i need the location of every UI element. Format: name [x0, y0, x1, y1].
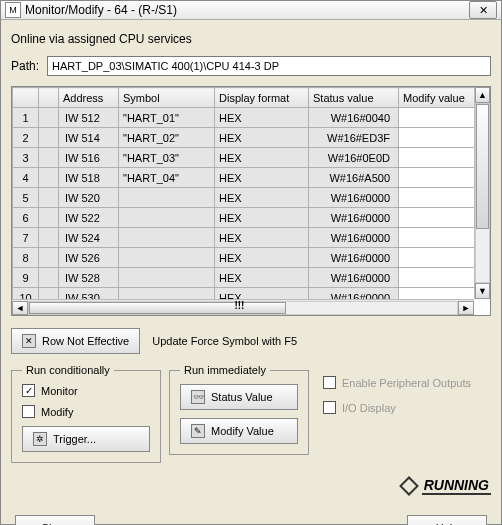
vertical-scrollbar[interactable]: ▲ ▼ — [474, 87, 490, 299]
cell-display-format[interactable]: HEX — [215, 288, 309, 300]
cell-display-format[interactable]: HEX — [215, 228, 309, 248]
cell-status-value[interactable]: W#16#0E0D — [309, 148, 399, 168]
cell-address[interactable]: IW 518 — [59, 168, 119, 188]
row-number[interactable]: 6 — [13, 208, 39, 228]
row-icon-cell[interactable] — [39, 268, 59, 288]
table-row[interactable]: 10IW 530HEXW#16#0000 — [13, 288, 475, 300]
table-row[interactable]: 6IW 522HEXW#16#0000 — [13, 208, 475, 228]
cell-symbol[interactable] — [119, 268, 215, 288]
close-icon[interactable]: ✕ — [469, 1, 497, 19]
cell-status-value[interactable]: W#16#0000 — [309, 248, 399, 268]
row-icon-cell[interactable] — [39, 248, 59, 268]
col-header-num[interactable] — [13, 88, 39, 108]
cell-status-value[interactable]: W#16#0000 — [309, 208, 399, 228]
row-icon-cell[interactable] — [39, 288, 59, 300]
row-number[interactable]: 5 — [13, 188, 39, 208]
cell-status-value[interactable]: W#16#A500 — [309, 168, 399, 188]
trigger-button[interactable]: ✲ Trigger... — [22, 426, 150, 452]
cell-modify-value[interactable] — [399, 208, 475, 228]
cell-symbol[interactable]: "HART_01" — [119, 108, 215, 128]
cell-modify-value[interactable] — [399, 288, 475, 300]
close-button[interactable]: Close — [15, 515, 95, 525]
scroll-right-icon[interactable]: ► — [458, 301, 474, 315]
table-row[interactable]: 4IW 518"HART_04"HEXW#16#A500 — [13, 168, 475, 188]
cell-display-format[interactable]: HEX — [215, 108, 309, 128]
row-not-effective-button[interactable]: ✕ Row Not Effective — [11, 328, 140, 354]
cell-display-format[interactable]: HEX — [215, 208, 309, 228]
cell-address[interactable]: IW 524 — [59, 228, 119, 248]
cell-display-format[interactable]: HEX — [215, 148, 309, 168]
cell-status-value[interactable]: W#16#0000 — [309, 288, 399, 300]
cell-symbol[interactable]: "HART_03" — [119, 148, 215, 168]
row-number[interactable]: 7 — [13, 228, 39, 248]
table-row[interactable]: 2IW 514"HART_02"HEXW#16#ED3F — [13, 128, 475, 148]
row-icon-cell[interactable] — [39, 168, 59, 188]
row-icon-cell[interactable] — [39, 128, 59, 148]
cell-modify-value[interactable] — [399, 188, 475, 208]
col-header-icon[interactable] — [39, 88, 59, 108]
col-header-modify-value[interactable]: Modify value — [399, 88, 475, 108]
row-number[interactable]: 10 — [13, 288, 39, 300]
col-header-status-value[interactable]: Status value — [309, 88, 399, 108]
table-row[interactable]: 7IW 524HEXW#16#0000 — [13, 228, 475, 248]
cell-symbol[interactable] — [119, 228, 215, 248]
cell-display-format[interactable]: HEX — [215, 268, 309, 288]
row-number[interactable]: 2 — [13, 128, 39, 148]
row-number[interactable]: 9 — [13, 268, 39, 288]
cell-address[interactable]: IW 516 — [59, 148, 119, 168]
cell-address[interactable]: IW 522 — [59, 208, 119, 228]
cell-modify-value[interactable] — [399, 108, 475, 128]
cell-modify-value[interactable] — [399, 248, 475, 268]
path-input[interactable] — [47, 56, 491, 76]
horizontal-scrollbar[interactable]: ◄ !!! ► — [12, 299, 474, 315]
row-icon-cell[interactable] — [39, 108, 59, 128]
cell-status-value[interactable]: W#16#ED3F — [309, 128, 399, 148]
cell-symbol[interactable] — [119, 288, 215, 300]
cell-address[interactable]: IW 520 — [59, 188, 119, 208]
row-number[interactable]: 8 — [13, 248, 39, 268]
vscroll-thumb[interactable] — [476, 104, 489, 229]
col-header-symbol[interactable]: Symbol — [119, 88, 215, 108]
row-icon-cell[interactable] — [39, 208, 59, 228]
row-icon-cell[interactable] — [39, 228, 59, 248]
cell-modify-value[interactable] — [399, 228, 475, 248]
scroll-up-icon[interactable]: ▲ — [475, 87, 490, 103]
cell-display-format[interactable]: HEX — [215, 128, 309, 148]
col-header-address[interactable]: Address — [59, 88, 119, 108]
cell-address[interactable]: IW 526 — [59, 248, 119, 268]
titlebar[interactable]: M Monitor/Modify - 64 - (R-/S1) ✕ — [1, 1, 501, 20]
cell-symbol[interactable]: "HART_04" — [119, 168, 215, 188]
table-row[interactable]: 8IW 526HEXW#16#0000 — [13, 248, 475, 268]
cell-address[interactable]: IW 512 — [59, 108, 119, 128]
cell-display-format[interactable]: HEX — [215, 248, 309, 268]
cell-modify-value[interactable] — [399, 128, 475, 148]
cell-address[interactable]: IW 528 — [59, 268, 119, 288]
cell-modify-value[interactable] — [399, 148, 475, 168]
cell-status-value[interactable]: W#16#0000 — [309, 228, 399, 248]
cell-symbol[interactable] — [119, 188, 215, 208]
scroll-left-icon[interactable]: ◄ — [12, 301, 28, 315]
col-header-display-format[interactable]: Display format — [215, 88, 309, 108]
row-number[interactable]: 1 — [13, 108, 39, 128]
cell-symbol[interactable]: "HART_02" — [119, 128, 215, 148]
status-value-button[interactable]: 👓 Status Value — [180, 384, 298, 410]
scroll-down-icon[interactable]: ▼ — [475, 283, 490, 299]
cell-status-value[interactable]: W#16#0000 — [309, 268, 399, 288]
table-row[interactable]: 3IW 516"HART_03"HEXW#16#0E0D — [13, 148, 475, 168]
help-button[interactable]: Help — [407, 515, 487, 525]
cell-address[interactable]: IW 530 — [59, 288, 119, 300]
table-row[interactable]: 1IW 512"HART_01"HEXW#16#0040 — [13, 108, 475, 128]
cell-address[interactable]: IW 514 — [59, 128, 119, 148]
hscroll-thumb[interactable] — [29, 302, 286, 314]
cell-status-value[interactable]: W#16#0000 — [309, 188, 399, 208]
row-number[interactable]: 3 — [13, 148, 39, 168]
table-row[interactable]: 9IW 528HEXW#16#0000 — [13, 268, 475, 288]
row-icon-cell[interactable] — [39, 188, 59, 208]
cell-symbol[interactable] — [119, 248, 215, 268]
modify-value-button[interactable]: ✎ Modify Value — [180, 418, 298, 444]
cell-modify-value[interactable] — [399, 168, 475, 188]
table-row[interactable]: 5IW 520HEXW#16#0000 — [13, 188, 475, 208]
monitor-checkbox[interactable]: Monitor — [22, 384, 150, 397]
row-icon-cell[interactable] — [39, 148, 59, 168]
cell-status-value[interactable]: W#16#0040 — [309, 108, 399, 128]
